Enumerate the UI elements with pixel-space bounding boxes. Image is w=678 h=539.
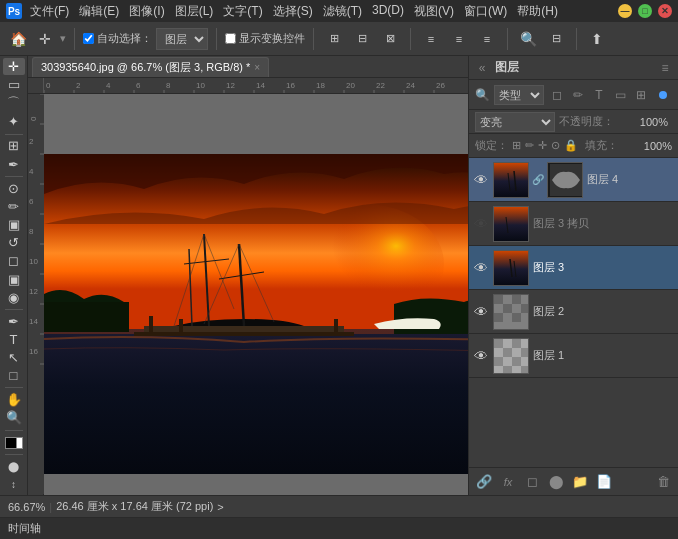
canvas-scroll-area[interactable]: 0 2 4 6 8 10 12 14 16 [28, 94, 468, 495]
canvas-tabs: 303935640.jpg @ 66.7% (图层 3, RGB/8) * × [28, 56, 468, 78]
show-transform-input[interactable] [225, 33, 236, 44]
blend-mode-dropdown[interactable]: 变亮 正常 溶解 变暗 正片叠底 [475, 112, 555, 132]
lock-artboard-icon[interactable]: ⊙ [551, 139, 560, 152]
menu-edit[interactable]: 编辑(E) [79, 3, 119, 20]
layer-group-button[interactable]: 📁 [571, 473, 589, 491]
menu-window[interactable]: 窗口(W) [464, 3, 507, 20]
auto-select-dropdown[interactable]: 图层 [156, 28, 208, 50]
home-button[interactable]: 🏠 [6, 27, 30, 51]
layer-2-visibility[interactable]: 👁 [473, 304, 489, 320]
lock-position-icon[interactable]: ✛ [538, 139, 547, 152]
filter-text-icon[interactable]: T [590, 86, 608, 104]
toolbox-separator-4 [5, 387, 23, 388]
canvas-tab-main[interactable]: 303935640.jpg @ 66.7% (图层 3, RGB/8) * × [32, 57, 269, 77]
menu-image[interactable]: 图像(I) [129, 3, 164, 20]
screen-mode-tool[interactable]: ↕ [3, 476, 25, 493]
marquee-tool[interactable]: ▭ [3, 76, 25, 93]
lock-all-icon[interactable]: 🔒 [564, 139, 578, 152]
lock-transparent-icon[interactable]: ⊞ [512, 139, 521, 152]
auto-select-checkbox[interactable]: 自动选择： [83, 31, 152, 46]
canvas-content[interactable]: WWW.PSAHZ.COM [44, 94, 468, 495]
layer-fx-button[interactable]: fx [499, 473, 517, 491]
move-tool[interactable]: ✛ [3, 58, 25, 75]
layer-adjustment-button[interactable]: ⬤ [547, 473, 565, 491]
filter-adjust-icon[interactable]: ✏ [569, 86, 587, 104]
svg-text:8: 8 [166, 81, 171, 90]
filter-type-dropdown[interactable]: 类型 名称 效果 模式 属性 颜色 [494, 85, 544, 105]
align-top-button[interactable]: ⊞ [322, 27, 346, 51]
layers-list[interactable]: 👁 🔗 [469, 158, 678, 467]
color-swatches[interactable] [3, 435, 25, 451]
show-transform-checkbox[interactable]: 显示变换控件 [225, 31, 305, 46]
menu-select[interactable]: 选择(S) [273, 3, 313, 20]
align-hcenter-button[interactable]: ≡ [447, 27, 471, 51]
lasso-tool[interactable]: ⌒ [3, 94, 25, 112]
eyedropper-tool[interactable]: ✒ [3, 156, 25, 173]
layer-1-visibility[interactable]: 👁 [473, 348, 489, 364]
panel-collapse-button[interactable]: « [475, 61, 489, 75]
layer-item-3[interactable]: 👁 图层 [469, 246, 678, 290]
tab-title: 303935640.jpg @ 66.7% (图层 3, RGB/8) * [41, 60, 250, 75]
layer-item-3copy[interactable]: 👁 图层 3 拷贝 [469, 202, 678, 246]
distribute-button[interactable]: ⊟ [544, 27, 568, 51]
close-button[interactable]: ✕ [658, 4, 672, 18]
auto-select-input[interactable] [83, 33, 94, 44]
delete-layer-button[interactable]: 🗑 [654, 473, 672, 491]
layer-item-4[interactable]: 👁 🔗 [469, 158, 678, 202]
new-layer-button[interactable]: 📄 [595, 473, 613, 491]
layer-4-visibility[interactable]: 👁 [473, 172, 489, 188]
filter-dot-icon[interactable] [654, 86, 672, 104]
gradient-tool[interactable]: ▣ [3, 270, 25, 287]
menu-filter[interactable]: 滤镜(T) [323, 3, 362, 20]
align-left-button[interactable]: ≡ [419, 27, 443, 51]
layer-item-1[interactable]: 👁 图层 1 [469, 334, 678, 378]
menu-view[interactable]: 视图(V) [414, 3, 454, 20]
layer-item-2[interactable]: 👁 图层 2 [469, 290, 678, 334]
svg-rect-81 [512, 295, 521, 304]
app-icon: Ps [6, 3, 22, 19]
align-right-button[interactable]: ≡ [475, 27, 499, 51]
filter-shape-icon[interactable]: ▭ [611, 86, 629, 104]
canvas-area: 303935640.jpg @ 66.7% (图层 3, RGB/8) * × … [28, 56, 468, 495]
menu-file[interactable]: 文件(F) [30, 3, 69, 20]
magic-wand-tool[interactable]: ✦ [3, 113, 25, 130]
status-arrow[interactable]: > [217, 501, 223, 513]
export-button[interactable]: ⬆ [585, 27, 609, 51]
healing-tool[interactable]: ⊙ [3, 180, 25, 197]
layer-mask-button[interactable]: ◻ [523, 473, 541, 491]
align-vcenter-button[interactable]: ⊟ [350, 27, 374, 51]
quick-mask-tool[interactable]: ⬤ [3, 458, 25, 475]
shape-tool[interactable]: □ [3, 367, 25, 384]
history-brush[interactable]: ↺ [3, 234, 25, 251]
panel-menu-button[interactable]: ≡ [658, 61, 672, 75]
svg-text:18: 18 [316, 81, 325, 90]
filter-smart-icon[interactable]: ⊞ [632, 86, 650, 104]
text-tool[interactable]: T [3, 331, 25, 348]
path-select-tool[interactable]: ↖ [3, 349, 25, 366]
layer-link-button[interactable]: 🔗 [475, 473, 493, 491]
menu-help[interactable]: 帮助(H) [517, 3, 558, 20]
dodge-tool[interactable]: ◉ [3, 289, 25, 306]
maximize-button[interactable]: □ [638, 4, 652, 18]
menu-text[interactable]: 文字(T) [223, 3, 262, 20]
lock-brush-icon[interactable]: ✏ [525, 139, 534, 152]
tab-close-button[interactable]: × [254, 62, 260, 73]
ruler-h-ticks: 0 2 4 6 8 10 12 14 16 [44, 78, 468, 94]
filter-pixel-icon[interactable]: ◻ [548, 86, 566, 104]
menu-3d[interactable]: 3D(D) [372, 3, 404, 20]
move-tool-button[interactable]: ✛ [33, 27, 57, 51]
eraser-tool[interactable]: ◻ [3, 252, 25, 269]
layer-3copy-visibility[interactable]: 👁 [473, 216, 489, 232]
zoom-tool[interactable]: 🔍 [3, 409, 25, 426]
align-bottom-button[interactable]: ⊠ [378, 27, 402, 51]
layer-3-visibility[interactable]: 👁 [473, 260, 489, 276]
pen-tool[interactable]: ✒ [3, 313, 25, 330]
crop-tool[interactable]: ⊞ [3, 137, 25, 154]
clone-tool[interactable]: ▣ [3, 216, 25, 233]
brush-tool[interactable]: ✏ [3, 198, 25, 215]
minimize-button[interactable]: — [618, 4, 632, 18]
hand-tool[interactable]: ✋ [3, 391, 25, 408]
menu-layer[interactable]: 图层(L) [175, 3, 214, 20]
search-button[interactable]: 🔍 [516, 27, 540, 51]
toolbar: 🏠 ✛ ▾ 自动选择： 图层 显示变换控件 ⊞ ⊟ ⊠ ≡ ≡ ≡ 🔍 ⊟ ⬆ [0, 22, 678, 56]
